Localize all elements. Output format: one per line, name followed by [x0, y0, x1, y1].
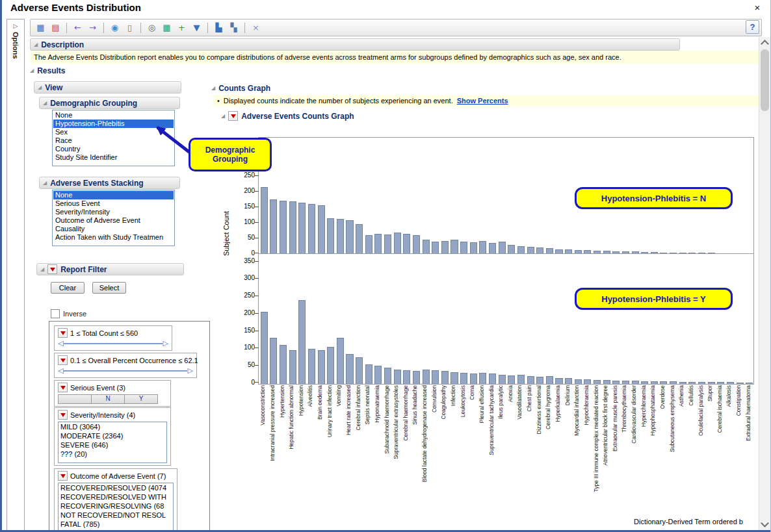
bar[interactable] — [479, 373, 486, 384]
bar[interactable] — [356, 357, 363, 384]
view-header-bar[interactable]: ◢ View — [34, 81, 181, 94]
bar[interactable] — [261, 312, 268, 384]
bar[interactable] — [470, 374, 477, 384]
slider-left-handle-icon[interactable]: ◁ — [58, 366, 63, 375]
bar[interactable] — [308, 204, 315, 255]
bar[interactable] — [451, 240, 458, 255]
list-item[interactable]: SEVERE (646) — [59, 440, 166, 450]
bar[interactable] — [499, 375, 506, 384]
bar[interactable] — [356, 224, 363, 255]
scroll-down-icon[interactable] — [759, 519, 770, 530]
list-item[interactable]: Hypotension-Phlebitis — [53, 120, 174, 128]
bar[interactable] — [384, 368, 391, 384]
disclosure-icon[interactable]: ◢ — [43, 181, 47, 186]
journal-icon[interactable]: ▤ — [49, 21, 62, 34]
bar[interactable] — [508, 375, 515, 384]
slider-right-handle-icon[interactable]: ▷ — [188, 366, 193, 375]
list-item[interactable]: MODERATE (2364) — [59, 431, 166, 440]
bar[interactable] — [413, 235, 420, 255]
bar[interactable] — [423, 370, 430, 384]
list-item[interactable]: ??? (20) — [59, 450, 166, 459]
inverse-checkbox[interactable] — [51, 309, 60, 318]
bar[interactable] — [394, 370, 401, 384]
bar[interactable] — [555, 378, 562, 384]
disclosure-icon[interactable]: ◢ — [34, 42, 38, 47]
percent-occurrence-range-slider[interactable]: ◁ ▷ — [58, 366, 193, 375]
list-item[interactable]: Causality — [53, 225, 174, 233]
list-item[interactable]: None — [53, 111, 174, 120]
list-item[interactable]: Serious Event — [53, 199, 174, 208]
search-icon[interactable]: ◎ — [145, 21, 159, 34]
list-item[interactable]: MILD (3064) — [59, 422, 166, 431]
red-triangle-menu-icon[interactable] — [47, 264, 57, 274]
bar[interactable] — [289, 350, 296, 384]
bar[interactable] — [441, 241, 449, 255]
demographic-grouping-list[interactable]: NoneHypotension-PhlebitisSexRaceCountryS… — [52, 110, 175, 166]
adverse-events-stacking-header-bar[interactable]: ◢ Adverse Events Stacking — [39, 177, 180, 189]
bar[interactable] — [536, 377, 543, 384]
segment-button[interactable]: N — [91, 394, 125, 404]
report-preview-icon[interactable]: ▯ — [123, 21, 137, 34]
show-percents-link[interactable]: Show Percents — [457, 97, 508, 105]
bar[interactable] — [289, 201, 296, 255]
bar[interactable] — [337, 219, 344, 255]
bar[interactable] — [384, 234, 391, 255]
previous-report-icon[interactable]: ← — [71, 21, 85, 34]
slider-right-handle-icon[interactable]: ▷ — [163, 338, 168, 348]
bar[interactable] — [270, 338, 277, 384]
red-triangle-menu-icon[interactable] — [228, 111, 238, 121]
report-filter-header-bar[interactable]: ◢ Report Filter — [36, 263, 184, 275]
severity-list[interactable]: MILD (3064)MODERATE (2364)SEVERE (646)??… — [58, 422, 167, 463]
group-y-callout[interactable]: Hypotension-Phlebitis = Y — [575, 288, 733, 310]
group-n-callout[interactable]: Hypotension-Phlebitis = N — [575, 187, 733, 209]
bar[interactable] — [394, 233, 401, 255]
demographic-grouping-callout[interactable]: Demographic Grouping — [189, 138, 272, 171]
bar[interactable] — [327, 218, 334, 255]
bar[interactable] — [451, 372, 458, 384]
bar[interactable] — [327, 347, 334, 384]
bar[interactable] — [346, 354, 353, 384]
bar[interactable] — [318, 205, 325, 255]
bar[interactable] — [460, 373, 467, 384]
list-item[interactable]: Sex — [53, 128, 174, 136]
red-triangle-menu-icon[interactable] — [58, 471, 68, 481]
bar[interactable] — [565, 378, 572, 384]
data-table-icon[interactable]: ▦ — [34, 21, 47, 34]
list-item[interactable]: Race — [53, 136, 174, 145]
slider-track[interactable] — [64, 343, 163, 344]
bar[interactable] — [270, 199, 277, 255]
bar[interactable] — [460, 242, 467, 255]
clear-button[interactable]: Clear — [51, 282, 85, 294]
bar[interactable] — [280, 201, 287, 255]
study-table-icon[interactable]: ▦ — [160, 21, 174, 34]
bar[interactable] — [546, 376, 553, 384]
scrollbar-thumb[interactable] — [761, 49, 769, 111]
bar[interactable] — [337, 338, 344, 384]
red-triangle-menu-icon[interactable] — [58, 355, 68, 365]
red-triangle-menu-icon[interactable] — [58, 410, 68, 420]
list-item[interactable]: None — [53, 191, 174, 199]
list-item[interactable]: Outcome of Adverse Event — [53, 216, 174, 225]
bar[interactable] — [365, 364, 372, 384]
bar[interactable] — [261, 187, 268, 255]
bar[interactable] — [432, 370, 439, 384]
bar[interactable] — [280, 345, 287, 384]
globe-icon[interactable]: ◉ — [108, 21, 122, 34]
bar[interactable] — [298, 203, 306, 255]
bar[interactable] — [403, 234, 410, 255]
bar[interactable] — [346, 220, 353, 255]
bar[interactable] — [517, 375, 525, 384]
bar[interactable] — [527, 376, 534, 384]
red-triangle-menu-icon[interactable] — [58, 383, 68, 392]
disclosure-icon[interactable]: ◢ — [30, 68, 34, 73]
list-item[interactable]: NOT RECOVERED/NOT RESOL — [59, 511, 173, 520]
list-item[interactable]: RECOVERED/RESOLVED WITH — [59, 492, 173, 501]
list-item[interactable]: Country — [53, 145, 174, 153]
description-header-bar[interactable]: ◢ Description — [30, 38, 680, 51]
remove-icon[interactable]: × — [249, 21, 263, 34]
slider-track[interactable] — [64, 370, 187, 372]
next-report-icon[interactable]: → — [86, 21, 99, 34]
bar[interactable] — [499, 242, 506, 255]
bar[interactable] — [298, 300, 306, 384]
list-item[interactable]: Severity/Intensity — [53, 208, 174, 216]
